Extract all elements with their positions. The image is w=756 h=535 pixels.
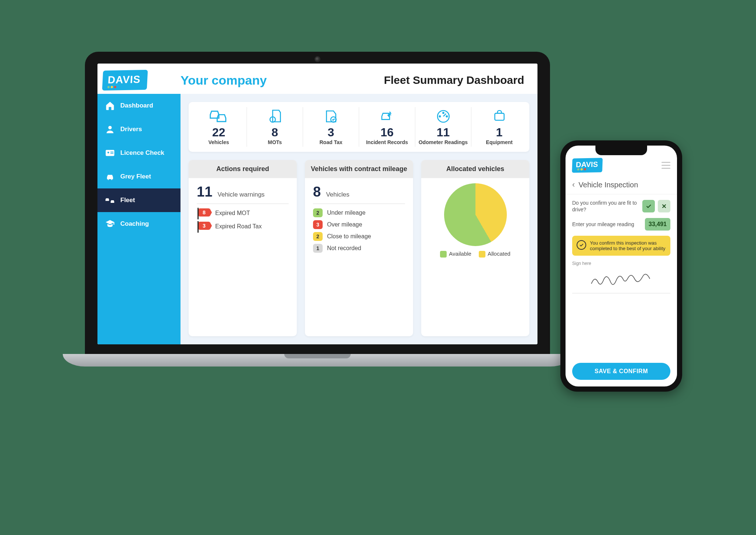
row-close-mileage[interactable]: 2Close to mileage (313, 232, 405, 241)
content-area: 22 Vehicles 8 MOTs 3 Road Tax (181, 94, 537, 344)
sidebar-item-label: Coaching (120, 220, 149, 228)
confirm-no-button[interactable] (658, 200, 670, 212)
laptop-mockup: DAVIS Your company Fleet Summary Dashboa… (85, 52, 550, 367)
signature-box: Sign here (572, 261, 670, 293)
panels-row: Actions required 11 Vehicle warnings 8 E… (189, 160, 529, 336)
confirmation-banner: You confirm this inspection was complete… (572, 236, 670, 256)
stat-value: 22 (212, 126, 226, 139)
save-confirm-button[interactable]: SAVE & CONFIRM (572, 363, 670, 380)
legend-label: Available (449, 251, 471, 257)
stat-strip: 22 Vehicles 8 MOTs 3 Road Tax (189, 102, 529, 152)
stat-label: MOTs (268, 139, 282, 145)
actions-panel: Actions required 11 Vehicle warnings 8 E… (189, 160, 297, 336)
app-body: Dashboard Drivers Licence Check Grey Fle… (97, 94, 537, 344)
question-text: Enter your mileage reading (572, 221, 642, 228)
phone-page-title: Vehicle Inspection (578, 181, 638, 189)
brand-logo: DAVIS (572, 158, 602, 173)
svg-rect-3 (110, 152, 113, 153)
stat-odometer[interactable]: 11 Odometer Readings (415, 107, 471, 147)
app-header: DAVIS Your company Fleet Summary Dashboa… (97, 64, 537, 94)
laptop-base (63, 354, 572, 367)
menu-icon[interactable] (662, 162, 670, 169)
flag-expired-mot[interactable]: 8 Expired MOT (197, 208, 289, 218)
allocated-pie-chart (444, 183, 507, 246)
row-under-mileage[interactable]: 2Under mileage (313, 208, 405, 217)
stat-value: 11 (437, 126, 450, 139)
vehicles-icon (209, 109, 229, 124)
question-text: Do you confirm you are fit to drive? (572, 200, 639, 213)
row-label: Not recorded (327, 245, 361, 252)
row-label: Close to mileage (327, 233, 371, 240)
laptop-frame: DAVIS Your company Fleet Summary Dashboa… (85, 52, 550, 354)
metric-value: 11 (197, 184, 212, 200)
count-pill: 3 (313, 220, 323, 229)
check-circle-icon (577, 240, 586, 250)
confirm-yes-button[interactable] (642, 200, 655, 212)
stat-vehicles[interactable]: 22 Vehicles (191, 107, 247, 147)
pie-chart-wrap: Available Allocated (421, 178, 529, 263)
phone-notch (595, 146, 647, 155)
sidebar-item-grey-fleet[interactable]: Grey Fleet (97, 165, 181, 188)
row-over-mileage[interactable]: 3Over mileage (313, 220, 405, 229)
mileage-panel: Vehicles with contract mileage 8 Vehicle… (305, 160, 413, 336)
sidebar-item-label: Licence Check (120, 149, 164, 157)
sidebar-item-fleet[interactable]: Fleet (97, 188, 181, 212)
page-title: Fleet Summary Dashboard (384, 74, 524, 86)
stat-value: 3 (328, 126, 334, 139)
svg-rect-11 (495, 113, 504, 120)
row-label: Under mileage (327, 209, 365, 216)
stat-equipment[interactable]: 1 Equipment (471, 107, 527, 147)
stat-label: Equipment (486, 139, 512, 145)
logo-wrap: DAVIS (97, 70, 181, 90)
flag-expired-tax[interactable]: 3 Expired Road Tax (197, 222, 289, 231)
stat-label: Incident Records (366, 139, 408, 145)
cars-icon (105, 195, 115, 205)
stat-incident[interactable]: 16 Incident Records (359, 107, 415, 147)
row-not-recorded[interactable]: 1Not recorded (313, 244, 405, 253)
panel-title: Allocated vehicles (421, 160, 529, 178)
sidebar-item-dashboard[interactable]: Dashboard (97, 94, 181, 117)
mileage-question: Enter your mileage reading 33,491 (572, 218, 670, 231)
equipment-icon (492, 109, 507, 124)
odometer-icon (436, 109, 451, 124)
flag-label: Expired Road Tax (215, 223, 262, 230)
sidebar-item-label: Grey Fleet (120, 173, 151, 180)
logo-dots-icon (577, 168, 586, 170)
stat-mots[interactable]: 8 MOTs (247, 107, 303, 147)
swatch-icon (479, 251, 485, 258)
car-icon (105, 171, 115, 182)
metric-label: Vehicle warnings (217, 191, 265, 198)
panel-body: 8 Vehicles 2Under mileage 3Over mileage … (305, 178, 413, 336)
phone-body: Do you confirm you are fit to drive? Ent… (566, 194, 677, 361)
count-pill: 1 (313, 244, 323, 253)
svg-point-9 (446, 116, 447, 117)
home-icon (105, 100, 115, 111)
camera-icon (315, 57, 320, 61)
mileage-metric: 8 Vehicles (313, 184, 405, 204)
signature-label: Sign here (572, 261, 670, 266)
svg-point-2 (107, 152, 109, 154)
sidebar-item-coaching[interactable]: Coaching (97, 212, 181, 236)
svg-point-10 (443, 112, 444, 113)
x-icon (661, 203, 667, 209)
phone-mockup: DAVIS ‹ Vehicle Inspection Do you confir… (560, 140, 682, 392)
check-icon (645, 203, 652, 209)
swatch-icon (440, 251, 447, 258)
graduation-icon (105, 219, 115, 229)
stat-value: 1 (496, 126, 503, 139)
panel-title: Actions required (189, 160, 297, 178)
stat-road-tax[interactable]: 3 Road Tax (303, 107, 359, 147)
sidebar-item-label: Drivers (120, 126, 142, 133)
svg-point-0 (108, 126, 111, 129)
sidebar-item-licence-check[interactable]: Licence Check (97, 141, 181, 165)
sidebar-item-drivers[interactable]: Drivers (97, 117, 181, 141)
id-card-icon (105, 148, 115, 158)
flag-icon: 8 (197, 208, 212, 218)
signature-input[interactable] (572, 268, 670, 293)
phone-title-row[interactable]: ‹ Vehicle Inspection (566, 176, 677, 194)
actions-metric: 11 Vehicle warnings (197, 184, 289, 204)
mileage-input[interactable]: 33,491 (645, 218, 670, 231)
metric-label: Vehicles (326, 191, 349, 198)
svg-point-8 (439, 116, 440, 117)
legend-available: Available (440, 251, 471, 258)
